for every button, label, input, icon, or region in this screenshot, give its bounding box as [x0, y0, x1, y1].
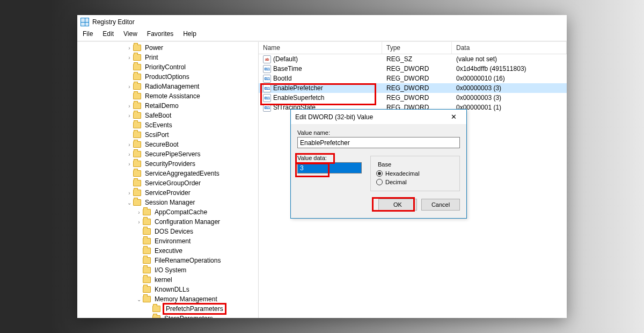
value-data: 0x1d4bdffb (491511803) — [452, 65, 567, 73]
tree-item-label: SecurePipeServers — [143, 150, 202, 158]
spacer-icon: · — [126, 93, 133, 99]
spacer-icon: · — [126, 74, 133, 80]
ok-button[interactable]: OK — [378, 199, 417, 211]
spacer-icon: · — [126, 180, 133, 186]
spacer-icon: · — [135, 248, 143, 254]
folder-icon — [133, 170, 141, 177]
menu-favorites[interactable]: Favorites — [143, 29, 178, 39]
tree-item-label: kernel — [153, 276, 174, 284]
folder-icon — [133, 103, 141, 109]
value-row--default-[interactable]: ab(Default)REG_SZ(value not set) — [259, 54, 567, 64]
value-data: 0x00000001 (1) — [452, 104, 567, 111]
dword-value-icon: 011 — [263, 65, 271, 73]
chevron-right-icon[interactable]: › — [135, 209, 143, 215]
menu-view[interactable]: View — [119, 29, 142, 39]
tree-item-executive[interactable]: ·Executive — [77, 246, 258, 256]
spacer-icon: · — [126, 122, 133, 128]
folder-icon — [133, 74, 141, 80]
value-data-input[interactable] — [297, 162, 362, 173]
chevron-right-icon[interactable]: › — [126, 103, 133, 109]
close-icon[interactable]: ✕ — [445, 113, 462, 121]
chevron-right-icon[interactable]: › — [126, 45, 133, 51]
tree-item-dos-devices[interactable]: ·DOS Devices — [77, 227, 258, 236]
base-fieldset: Base Hexadecimal Decimal — [370, 156, 460, 191]
value-row-bootid[interactable]: 011BootIdREG_DWORD0x00000010 (16) — [259, 74, 567, 83]
spacer-icon: · — [135, 267, 143, 273]
tree-item-session-manager[interactable]: ⌄Session Manager — [77, 198, 258, 207]
tree-item-secureboot[interactable]: ›SecureBoot — [77, 140, 258, 149]
chevron-right-icon[interactable]: › — [135, 219, 143, 225]
tree-item-kernel[interactable]: ·kernel — [77, 275, 258, 285]
tree-item-prioritycontrol[interactable]: ·PriorityControl — [77, 62, 258, 72]
tree-item-label: Session Manager — [143, 198, 196, 207]
spacer-icon: · — [135, 229, 143, 235]
folder-icon — [133, 141, 141, 148]
folder-icon — [133, 64, 141, 70]
chevron-right-icon[interactable]: › — [126, 142, 133, 148]
chevron-right-icon[interactable]: › — [126, 55, 133, 61]
value-row-enableprefetcher[interactable]: 011EnablePrefetcherREG_DWORD0x00000003 (… — [259, 83, 567, 93]
chevron-down-icon[interactable]: ⌄ — [135, 296, 143, 302]
chevron-down-icon[interactable]: ⌄ — [126, 200, 133, 206]
tree-item-retaildemo[interactable]: ›RetailDemo — [77, 101, 258, 111]
tree-item-productoptions[interactable]: ·ProductOptions — [77, 72, 258, 82]
edit-dword-dialog[interactable]: Edit DWORD (32-bit) Value ✕ Value name: … — [290, 109, 467, 219]
value-name: BaseTime — [273, 65, 302, 73]
chevron-right-icon[interactable]: › — [126, 113, 133, 119]
tree-item-storeparameters[interactable]: ·StoreParameters — [77, 314, 258, 318]
spacer-icon: · — [126, 64, 133, 70]
tree-item-environment[interactable]: ·Environment — [77, 236, 258, 246]
tree-item-radiomanagement[interactable]: ›RadioManagement — [77, 82, 258, 91]
tree-item-label: ServiceProvider — [143, 189, 192, 197]
tree-item-securityproviders[interactable]: ›SecurityProviders — [77, 159, 258, 169]
tree-pane[interactable]: ›Power›Print·PriorityControl·ProductOpti… — [77, 42, 259, 318]
menu-file[interactable]: File — [78, 29, 97, 39]
value-row-enablesuperfetch[interactable]: 011EnableSuperfetchREG_DWORD0x00000003 (… — [259, 93, 567, 103]
tree-item-serviceaggregatedevents[interactable]: ·ServiceAggregatedEvents — [77, 169, 258, 178]
folder-icon — [133, 161, 141, 167]
cancel-button[interactable]: Cancel — [421, 199, 460, 211]
titlebar: Registry Editor — [77, 15, 567, 28]
tree-item-safeboot[interactable]: ›SafeBoot — [77, 111, 258, 120]
tree-item-configuration-manager[interactable]: ›Configuration Manager — [77, 217, 258, 227]
tree-item-securepipeservers[interactable]: ›SecurePipeServers — [77, 149, 258, 159]
chevron-right-icon[interactable]: › — [126, 190, 133, 196]
chevron-right-icon[interactable]: › — [126, 161, 133, 167]
folder-icon — [133, 45, 141, 51]
col-name[interactable]: Name — [259, 42, 382, 54]
folder-icon — [133, 151, 141, 157]
folder-icon — [143, 238, 151, 244]
menu-help[interactable]: Help — [179, 29, 201, 39]
value-data-label: Value data: — [297, 155, 362, 161]
tree-item-print[interactable]: ›Print — [77, 53, 258, 62]
tree-item-scsiport[interactable]: ·ScsiPort — [77, 130, 258, 140]
tree-item-scevents[interactable]: ·ScEvents — [77, 120, 258, 130]
tree-item-appcompatcache[interactable]: ›AppCompatCache — [77, 207, 258, 217]
folder-icon — [143, 267, 151, 273]
chevron-right-icon[interactable]: › — [126, 84, 133, 90]
spacer-icon: · — [145, 316, 152, 318]
menu-edit[interactable]: Edit — [98, 29, 118, 39]
tree-item-i-o-system[interactable]: ·I/O System — [77, 265, 258, 275]
chevron-right-icon[interactable]: › — [126, 151, 133, 157]
folder-icon — [143, 219, 151, 225]
col-type[interactable]: Type — [382, 42, 452, 54]
tree-item-filerenameoperations[interactable]: ·FileRenameOperations — [77, 256, 258, 265]
value-name-input — [297, 137, 460, 148]
menubar: File Edit View Favorites Help — [77, 28, 567, 41]
spacer-icon: · — [135, 287, 143, 293]
tree-item-knowndlls[interactable]: ·KnownDLLs — [77, 285, 258, 294]
tree-item-prefetchparameters[interactable]: ·PrefetchParameters — [77, 304, 258, 314]
tree-item-label: AppCompatCache — [153, 208, 209, 216]
tree-item-servicegrouporder[interactable]: ·ServiceGroupOrder — [77, 178, 258, 188]
tree-item-label: I/O System — [153, 266, 188, 274]
tree-item-power[interactable]: ›Power — [77, 43, 258, 53]
value-data: 0x00000003 (3) — [452, 84, 567, 92]
tree-item-serviceprovider[interactable]: ›ServiceProvider — [77, 188, 258, 198]
radio-dec[interactable]: Decimal — [376, 179, 454, 185]
col-data[interactable]: Data — [452, 42, 567, 54]
value-row-basetime[interactable]: 011BaseTimeREG_DWORD0x1d4bdffb (49151180… — [259, 64, 567, 74]
radio-hex[interactable]: Hexadecimal — [376, 170, 454, 177]
folder-icon — [133, 54, 141, 61]
tree-item-remote-assistance[interactable]: ·Remote Assistance — [77, 91, 258, 101]
